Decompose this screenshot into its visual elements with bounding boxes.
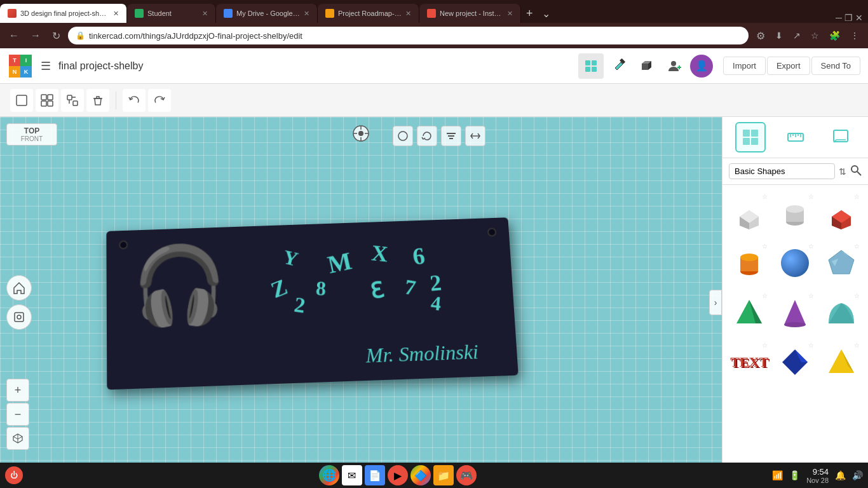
import-button[interactable]: Import [723,57,766,75]
undo-button[interactable] [123,89,146,112]
grid-view-button[interactable] [578,53,604,79]
shape-cube-red-favorite[interactable]: ☆ [854,193,860,200]
view-orientation-button[interactable] [6,427,29,450]
shape-category-select[interactable]: Basic Shapes [729,163,835,179]
menu-button[interactable]: ⋮ [846,27,863,44]
taskbar-play-icon[interactable]: 🔷 [410,465,431,485]
taskbar-chrome-icon[interactable]: 🌐 [319,465,339,485]
app-logo[interactable]: T I N K [8,53,33,79]
zoom-out-button[interactable]: − [6,403,29,426]
ungroup-button[interactable] [61,89,84,112]
tab-tinkercad[interactable]: 3D design final project-shelby ✕ [0,4,127,23]
tab-instructables[interactable]: New project - Instructables ✕ [419,4,521,23]
snap-point-button[interactable] [351,123,371,146]
avatar[interactable]: 👤 [690,55,713,78]
shape-item-sphere[interactable]: ☆ [773,240,817,287]
forward-button[interactable]: → [27,27,44,44]
taskbar-gmail-icon[interactable]: ✉ [342,465,362,485]
svg-rect-32 [743,138,750,145]
notes-panel-button[interactable] [825,122,856,152]
restore-button[interactable]: ❐ [844,13,853,23]
shape-item-text3d[interactable]: ☆ TEXT [728,339,771,386]
shape-item-cylinder[interactable]: ☆ [773,190,817,237]
back-button[interactable]: ← [5,27,23,44]
home-view-button[interactable] [6,275,32,301]
tab-roadmap-close[interactable]: ✕ [405,10,411,18]
tab-overflow-button[interactable]: ⌄ [538,8,554,20]
shape-item-box[interactable]: ☆ [728,190,771,237]
hamburger-menu-button[interactable]: ☰ [38,57,53,76]
shape-item-ico[interactable]: ☆ [820,240,863,287]
topbar-right: 👤 [578,53,713,79]
shape-item-diamond[interactable]: ☆ [773,339,817,386]
letter-7: 7 [403,275,417,301]
close-button[interactable]: ✕ [855,13,863,23]
taskbar-notifications-icon[interactable]: 🔔 [835,470,846,480]
tab-roadmap[interactable]: Project Roadmap- shelby - Go... ✕ [318,4,419,23]
shape-box-favorite[interactable]: ☆ [762,193,768,200]
shape-text3d-favorite[interactable]: ☆ [762,342,768,349]
shape-sphere-favorite[interactable]: ☆ [808,243,814,250]
taskbar-youtube-icon[interactable]: ▶ [388,465,408,485]
view-cube[interactable]: TOP FRONT [6,123,57,146]
panel-collapse-button[interactable]: › [709,290,722,315]
tab-drive[interactable]: My Drive - Google Drive ✕ [216,4,318,23]
shape-pyramid-yellow-favorite[interactable]: ☆ [854,342,860,349]
browser-chrome: 3D design final project-shelby ✕ Student… [0,0,868,48]
build-mode-button[interactable] [606,53,632,79]
right-panel: Basic Shapes ⇅ ☆ [722,117,868,488]
share-button[interactable]: ↗ [789,27,804,44]
tab-tinkercad-close[interactable]: ✕ [113,10,119,18]
shape-item-cone-purple[interactable]: ☆ [773,289,817,336]
download-button[interactable]: ⬇ [771,27,787,44]
shape-diamond-favorite[interactable]: ☆ [808,342,814,349]
canvas-area[interactable]: TOP FRONT 🎧 Y [0,117,722,488]
bookmark-button[interactable]: ☆ [807,27,823,44]
shape-pyramid-green-favorite[interactable]: ☆ [762,292,768,299]
shape-item-cube-red[interactable]: ☆ [820,190,863,237]
tab-drive-close[interactable]: ✕ [304,10,309,18]
taskbar-volume-icon[interactable]: 🔊 [852,470,863,480]
shapes-panel-button[interactable] [735,122,766,152]
profile-sync-button[interactable]: ⚙ [752,27,769,44]
shape-cone-purple-favorite[interactable]: ☆ [808,292,814,299]
shape-cylinder-orange-favorite[interactable]: ☆ [762,243,768,250]
align-button[interactable] [441,126,461,146]
shape-item-pyramid-green[interactable]: ☆ [728,289,771,336]
shape-roof-favorite[interactable]: ☆ [854,292,860,299]
nameplate-object[interactable]: 🎧 Y M X 6 Z 8 Ɛ 7 2 [107,223,513,382]
refresh-button[interactable]: ↻ [48,27,64,44]
zoom-in-button[interactable]: + [6,379,29,402]
fit-view-button[interactable] [6,304,32,330]
shape-item-roof[interactable]: ☆ [820,289,863,336]
tab-student-close[interactable]: ✕ [202,10,208,18]
block-mode-button[interactable] [634,53,660,79]
lock-icon: 🔒 [76,31,85,40]
power-button[interactable]: ⏻ [5,466,23,484]
redo-button[interactable] [148,89,171,112]
address-bar[interactable]: 🔒 tinkercad.com/things/aJUrddpzxjO-final… [68,27,749,44]
add-user-button[interactable] [662,53,688,79]
rotate-button[interactable] [417,126,437,146]
taskbar-docs-icon[interactable]: 📄 [365,465,385,485]
taskbar-app-icon[interactable]: 🎮 [456,465,477,485]
shape-cylinder-favorite[interactable]: ☆ [808,193,814,200]
mirror-button[interactable] [393,126,413,146]
export-button[interactable]: Export [767,57,810,75]
tab-student[interactable]: Student ✕ [127,4,216,23]
extensions-button[interactable]: 🧩 [825,27,844,44]
group-button[interactable] [36,89,58,112]
send-to-button[interactable]: Send To [811,57,860,75]
shape-item-pyramid-yellow[interactable]: ☆ [820,339,863,386]
flip-button[interactable] [465,126,485,146]
delete-button[interactable] [86,89,109,112]
dimensions-panel-button[interactable] [780,122,811,152]
new-tab-button[interactable]: + [521,7,538,20]
minimize-button[interactable]: ─ [836,13,842,23]
tab-instructables-close[interactable]: ✕ [507,10,513,18]
shape-ico-favorite[interactable]: ☆ [854,243,860,250]
taskbar-files-icon[interactable]: 📁 [433,465,454,485]
shape-item-cylinder-orange[interactable]: ☆ [728,240,771,287]
search-shapes-button[interactable] [850,165,862,179]
new-shape-button[interactable] [10,89,33,112]
